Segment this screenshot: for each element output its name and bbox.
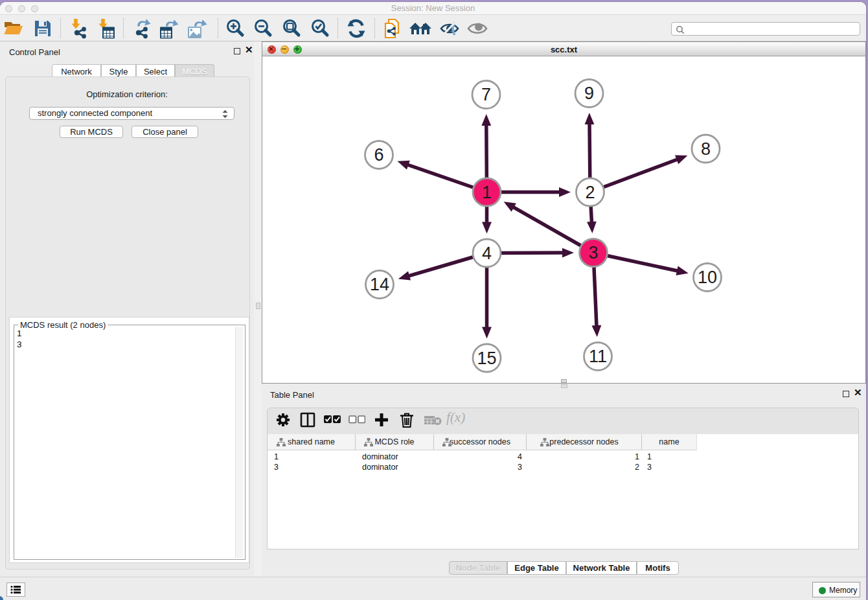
svg-text:9: 9 [584, 84, 594, 103]
svg-text:11: 11 [589, 347, 607, 366]
svg-text:4: 4 [482, 244, 492, 263]
svg-text:2: 2 [585, 183, 595, 202]
svg-text:1: 1 [482, 183, 492, 202]
svg-text:10: 10 [698, 268, 717, 287]
svg-text:6: 6 [374, 145, 383, 165]
svg-text:15: 15 [477, 349, 496, 368]
svg-text:3: 3 [588, 243, 598, 262]
svg-text:7: 7 [481, 85, 491, 104]
svg-text:14: 14 [370, 275, 389, 294]
svg-text:8: 8 [701, 139, 711, 159]
